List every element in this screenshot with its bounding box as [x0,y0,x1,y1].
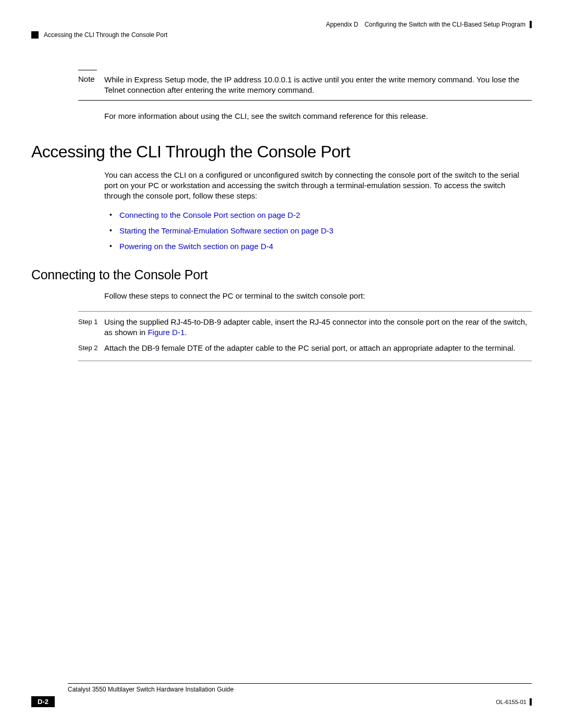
subheader-square-icon [31,31,39,39]
link-connecting[interactable]: Connecting to the Console Port section o… [119,210,300,220]
subheader-row: Accessing the CLI Through the Console Po… [31,31,532,39]
note-top-rule [78,70,97,70]
steps-bottom-rule [78,361,532,361]
note-label: Note [78,75,104,96]
heading-2: Connecting to the Console Port [31,267,532,282]
step2-before: Attach the DB-9 female DTE of the adapte… [104,343,516,352]
step-text-2: Attach the DB-9 female DTE of the adapte… [104,343,516,353]
link-figure[interactable]: Figure D-1 [148,328,185,337]
bullet-dot-icon: • [109,241,112,252]
intro-paragraph: You can access the CLI on a configured o… [104,170,532,202]
footer: Catalyst 3550 Multilayer Switch Hardware… [31,683,532,707]
step-row: Step 1 Using the supplied RJ-45-to-DB-9 … [78,317,532,338]
note-text: While in Express Setup mode, the IP addr… [104,75,532,96]
header-bar-decoration [530,21,532,28]
link-powering[interactable]: Powering on the Switch section on page D… [119,241,273,252]
header-appendix: Appendix D [326,21,358,28]
step-text-1: Using the supplied RJ-45-to-DB-9 adapter… [104,317,532,338]
subheader-text: Accessing the CLI Through the Console Po… [44,31,167,39]
step-label-1: Step 1 [78,317,104,338]
list-item: • Powering on the Switch section on page… [109,241,532,252]
footer-top-rule [68,683,532,684]
page-number: D-2 [31,696,55,707]
doc-id: OL-6155-01 [496,699,527,705]
list-item: • Starting the Terminal-Emulation Softwa… [109,226,532,236]
header-row: Appendix D Configuring the Switch with t… [31,21,532,28]
note-bottom-rule [78,100,532,101]
bullet-dot-icon: • [109,210,112,220]
header-title-top: Configuring the Switch with the CLI-Base… [364,21,525,28]
step1-after: . [185,328,187,337]
bullet-dot-icon: • [109,226,112,236]
list-item: • Connecting to the Console Port section… [109,210,532,220]
more-info-paragraph: For more information about using the CLI… [104,111,532,121]
step-label-2: Step 2 [78,343,104,353]
footer-guide: Catalyst 3550 Multilayer Switch Hardware… [68,686,532,693]
step-intro: Follow these steps to connect the PC or … [104,291,532,301]
heading-1: Accessing the CLI Through the Console Po… [31,142,532,162]
step-row: Step 2 Attach the DB-9 female DTE of the… [78,343,532,353]
steps-top-rule [78,311,532,312]
note-block: Note While in Express Setup mode, the IP… [78,70,532,101]
bullet-list: • Connecting to the Console Port section… [109,210,532,252]
link-starting[interactable]: Starting the Terminal-Emulation Software… [119,226,334,236]
footer-bar-decoration [530,698,532,706]
